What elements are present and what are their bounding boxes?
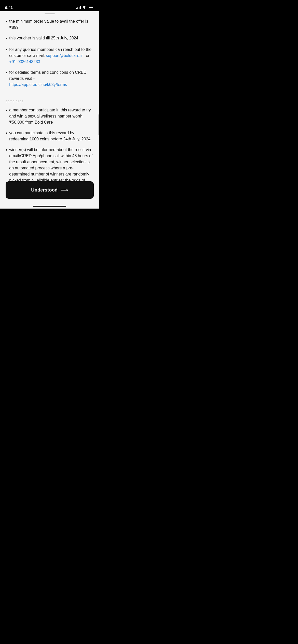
arrow-icon: ⟶ [61,187,68,193]
bullet-dot-4: • [6,69,7,88]
game-rules-section: game rules • a member can participate in… [6,99,94,181]
scroll-content[interactable]: • the minimum order value to avail the o… [0,16,99,181]
signal-icon [76,6,81,9]
game-bullet-dot-1: • [6,107,7,125]
battery-icon [88,6,94,9]
game-rule-text-1: a member can participate in this reward … [9,107,94,125]
phone-link[interactable]: +91-9326143233 [9,60,40,64]
home-indicator-bar [33,206,66,207]
home-indicator [0,204,99,209]
wifi-icon [82,5,86,9]
game-rule-3: • winner(s) will be informed about the r… [6,147,94,181]
underline-date: before 24th July, 2024 [50,137,90,141]
bullet-dot-3: • [6,47,7,65]
bottom-section: Understood ⟶ [0,181,99,204]
game-rule-1: • a member can participate in this rewar… [6,107,94,125]
terms-link[interactable]: https://app.cred.club/k63y/terms [9,82,67,87]
game-rule-text-2: you can participate in this reward by re… [9,130,94,142]
bullet-dot-2: • [6,35,7,42]
scrollbar-thumb [98,114,99,135]
game-rules-title: game rules [6,99,94,103]
bullet-text-min-order: the minimum order value to avail the off… [9,18,94,31]
support-email-link[interactable]: support@boldcare.in [46,53,84,58]
game-rule-2: • you can participate in this reward by … [6,130,94,142]
bullet-min-order: • the minimum order value to avail the o… [6,18,94,31]
understood-label: Understood [31,187,58,193]
bullet-text-valid-till: this voucher is valid till 25th July, 20… [9,35,78,42]
bullet-valid-till: • this voucher is valid till 25th July, … [6,35,94,42]
game-bullet-dot-2: • [6,130,7,142]
section-divider [6,92,94,95]
bullet-text-queries: for any queries members can reach out to… [9,47,94,65]
game-bullet-dot-3: • [6,147,7,181]
status-bar: 9:41 [0,0,99,11]
game-rule-text-3: winner(s) will be informed about the res… [9,147,94,181]
bullet-queries: • for any queries members can reach out … [6,47,94,65]
status-icons [76,5,94,9]
scrollbar-track [98,16,99,181]
bullet-text-terms: for detailed terms and conditions on CRE… [9,69,94,88]
content-area: • the minimum order value to avail the o… [0,11,99,209]
bullet-dot: • [6,18,7,31]
understood-button[interactable]: Understood ⟶ [6,181,94,199]
status-time: 9:41 [5,5,13,10]
bullet-terms: • for detailed terms and conditions on C… [6,69,94,88]
drag-handle-top [0,11,99,16]
